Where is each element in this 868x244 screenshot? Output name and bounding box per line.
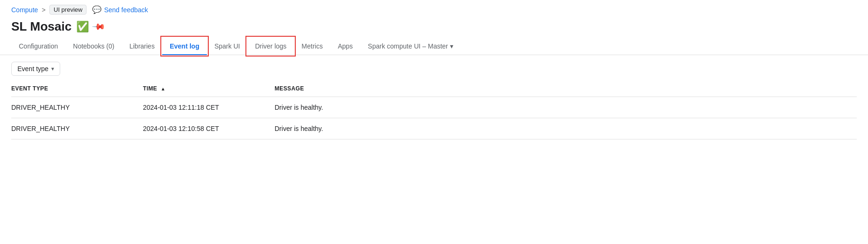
table-header-row: EVENT TYPE TIME ▲ MESSAGE (11, 81, 857, 97)
chevron-down-icon: ▾ (51, 65, 54, 72)
sort-asc-icon: ▲ (161, 86, 166, 91)
tab-event-log[interactable]: Event log (162, 38, 207, 55)
breadcrumb-separator: > (42, 6, 46, 14)
pin-icon[interactable]: 📌 (92, 19, 106, 34)
cell-time: 2024-01-03 12:10:58 CET (143, 118, 275, 139)
tab-apps[interactable]: Apps (330, 38, 360, 55)
status-healthy-icon: ✅ (76, 21, 89, 33)
cell-message: Driver is healthy. (275, 118, 857, 139)
tabs-container: Configuration Notebooks (0) Libraries Ev… (0, 38, 868, 55)
table-container: EVENT TYPE TIME ▲ MESSAGE DRIVER_HEALTHY… (0, 81, 868, 139)
event-type-filter-label: Event type (17, 65, 48, 73)
event-type-filter[interactable]: Event type ▾ (11, 62, 60, 76)
tab-driver-logs[interactable]: Driver logs (247, 38, 294, 55)
feedback-icon: 💬 (92, 5, 102, 14)
breadcrumb-compute-link[interactable]: Compute (11, 6, 38, 14)
tab-notebooks[interactable]: Notebooks (0) (65, 38, 122, 55)
col-header-message: MESSAGE (275, 81, 857, 97)
table-row: DRIVER_HEALTHY 2024-01-03 12:10:58 CET D… (11, 118, 857, 139)
spark-compute-dropdown-icon: ▾ (450, 42, 453, 50)
page-header: SL Mosaic ✅ 📌 (0, 17, 868, 38)
tab-spark-ui[interactable]: Spark UI (207, 38, 247, 55)
send-feedback-button[interactable]: 💬 Send feedback (92, 5, 148, 14)
cell-event-type: DRIVER_HEALTHY (11, 118, 143, 139)
cell-event-type: DRIVER_HEALTHY (11, 97, 143, 118)
tab-metrics[interactable]: Metrics (294, 38, 330, 55)
feedback-label: Send feedback (104, 6, 148, 14)
cell-message: Driver is healthy. (275, 97, 857, 118)
breadcrumb-current: UI preview (49, 5, 87, 15)
tab-spark-compute-ui[interactable]: Spark compute UI – Master ▾ (360, 38, 460, 55)
filter-bar: Event type ▾ (0, 55, 868, 81)
top-bar: Compute > UI preview 💬 Send feedback (0, 0, 868, 17)
event-log-table: EVENT TYPE TIME ▲ MESSAGE DRIVER_HEALTHY… (11, 81, 857, 139)
cell-time: 2024-01-03 12:11:18 CET (143, 97, 275, 118)
tab-configuration[interactable]: Configuration (11, 38, 65, 55)
tab-spark-compute-ui-label: Spark compute UI – Master (368, 42, 448, 50)
table-row: DRIVER_HEALTHY 2024-01-03 12:11:18 CET D… (11, 97, 857, 118)
page-title: SL Mosaic (11, 19, 71, 34)
col-header-event-type: EVENT TYPE (11, 81, 143, 97)
tab-libraries[interactable]: Libraries (122, 38, 162, 55)
col-header-time[interactable]: TIME ▲ (143, 81, 275, 97)
